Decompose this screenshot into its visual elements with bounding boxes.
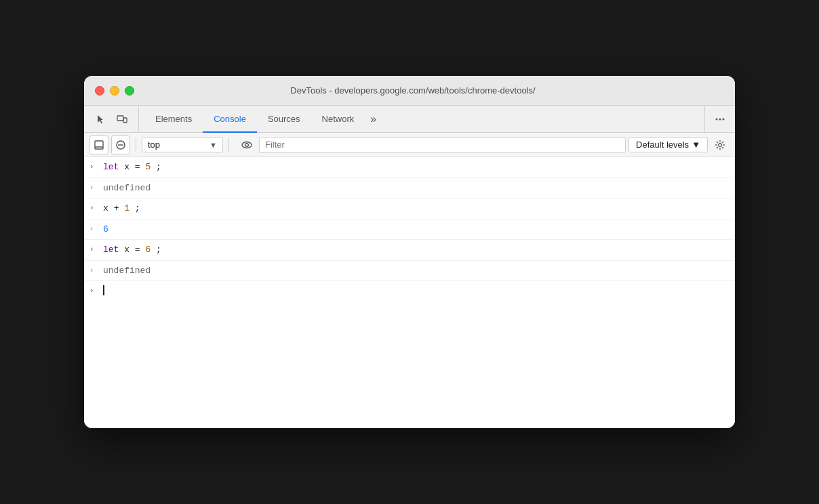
console-area: › let x = 5 ; ‹ undefined › x + 1 ; [84, 157, 735, 428]
levels-arrow-icon: ▼ [692, 140, 700, 150]
svg-point-3 [719, 118, 721, 120]
clear-icon [115, 140, 126, 150]
gear-icon [715, 140, 725, 150]
devtools-window: DevTools - developers.google.com/web/too… [84, 76, 735, 428]
svg-rect-0 [117, 116, 123, 121]
cursor-icon [95, 114, 106, 125]
drawer-icon [94, 140, 104, 150]
more-options-btn[interactable] [711, 110, 730, 129]
cursor-icon-btn[interactable] [89, 108, 111, 130]
input-arrow-3: › [89, 243, 103, 255]
keyword-let-2: let [103, 245, 119, 255]
svg-point-11 [719, 143, 722, 146]
toolbar-separator-1 [136, 138, 136, 152]
input-arrow-4: › [89, 285, 103, 297]
device-icon-btn[interactable] [111, 108, 133, 130]
context-selector[interactable]: top ▼ [142, 137, 223, 152]
input-arrow-2: › [89, 202, 103, 214]
tabsbar-end [704, 106, 730, 132]
output-arrow-2: ‹ [89, 223, 103, 235]
console-entry-4: ‹ 6 [84, 219, 735, 240]
input-arrow-1: › [89, 161, 103, 173]
console-code-2[interactable]: x + 1 ; [103, 202, 730, 215]
cursor-blink [103, 285, 104, 295]
eye-icon [241, 139, 253, 151]
tabs-bar: Elements Console Sources Network » [84, 106, 735, 133]
svg-point-10 [245, 143, 249, 146]
tab-sources[interactable]: Sources [257, 106, 311, 133]
output-arrow-1: ‹ [89, 182, 103, 194]
three-dots-icon [715, 114, 725, 125]
nav-icons [89, 106, 139, 132]
context-arrow-icon: ▼ [209, 141, 217, 149]
tab-network[interactable]: Network [311, 106, 365, 133]
console-code-3[interactable]: let x = 6 ; [103, 243, 730, 257]
clear-console-btn[interactable] [111, 135, 130, 154]
console-output-1: undefined [103, 182, 730, 195]
console-entry-6: ‹ undefined [84, 261, 735, 282]
window-title: DevTools - developers.google.com/web/too… [102, 85, 724, 96]
toolbar-separator-2 [228, 138, 229, 152]
console-settings-btn[interactable] [711, 135, 730, 154]
console-entry-2: ‹ undefined [84, 178, 735, 199]
svg-rect-1 [123, 118, 127, 123]
console-entry-5: › let x = 6 ; [84, 240, 735, 261]
tab-console[interactable]: Console [203, 106, 257, 133]
filter-input[interactable] [259, 137, 626, 153]
output-arrow-3: ‹ [89, 264, 103, 276]
keyword-let-1: let [103, 162, 119, 172]
show-drawer-btn[interactable] [89, 135, 108, 154]
device-toggle-icon [117, 114, 127, 125]
live-expressions-btn[interactable] [237, 135, 256, 154]
console-output-2: 6 [103, 223, 730, 236]
console-output-3: undefined [103, 264, 730, 278]
svg-rect-5 [95, 141, 103, 149]
titlebar: DevTools - developers.google.com/web/too… [84, 76, 735, 106]
svg-point-4 [723, 118, 725, 120]
console-entry-7[interactable]: › [84, 281, 735, 300]
log-levels-btn[interactable]: Default levels ▼ [628, 137, 708, 152]
console-entry-1: › let x = 5 ; [84, 157, 735, 178]
console-entry-3: › x + 1 ; [84, 198, 735, 219]
more-tabs-btn[interactable]: » [365, 106, 382, 132]
tab-elements[interactable]: Elements [144, 106, 203, 133]
console-code-1[interactable]: let x = 5 ; [103, 161, 730, 174]
console-toolbar: top ▼ Default levels ▼ [84, 133, 735, 157]
svg-point-2 [716, 118, 718, 120]
